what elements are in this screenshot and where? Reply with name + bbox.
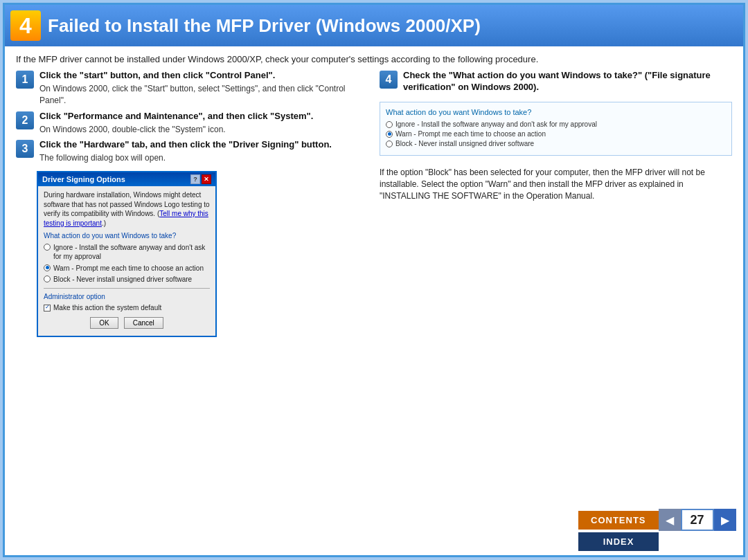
page-header: 4 Failed to Install the MFP Driver (Wind…	[5, 5, 743, 46]
dialog-option-3[interactable]: Block - Never install unsigned driver so…	[44, 275, 210, 284]
dialog-titlebar-buttons: ? ✕	[190, 174, 211, 184]
dialog-help-button[interactable]: ?	[190, 174, 200, 184]
contents-button[interactable]: CONTENTS	[578, 511, 659, 530]
step-3-desc: The following dialog box will open.	[39, 152, 368, 164]
step-2-desc: On Windows 2000, double-click the "Syste…	[39, 124, 368, 136]
dialog-ok-button[interactable]: OK	[90, 317, 118, 329]
step-4-title: Check the "What action do you want Windo…	[403, 70, 732, 93]
step-2-content: Click "Performance and Maintenance", and…	[39, 111, 368, 136]
step-3: 3 Click the "Hardware" tab, and then cli…	[16, 139, 368, 164]
footer: CONTENTS ◀ 27 ▶ INDEX	[5, 505, 743, 555]
radio-ignore-label: Ignore - Install the software anyway and…	[53, 243, 210, 262]
step-3-number: 3	[16, 140, 34, 158]
footer-bottom-row: INDEX	[578, 532, 736, 551]
dialog-body: During hardware installation, Windows mi…	[38, 186, 215, 336]
checkbox-label: Make this action the system default	[53, 303, 161, 313]
dialog-option-1[interactable]: Ignore - Install the software anyway and…	[44, 243, 210, 262]
checkbox-row[interactable]: ✓ Make this action the system default	[44, 303, 210, 313]
index-button[interactable]: INDEX	[578, 532, 659, 551]
dialog-title: Driver Signing Options	[42, 175, 125, 183]
footer-nav-group: CONTENTS ◀ 27 ▶ INDEX	[578, 509, 736, 551]
radio-warn-label: Warn - Prompt me each time to choose an …	[53, 264, 204, 273]
step4-option-2: Warn - Prompt me each time to choose an …	[386, 130, 726, 138]
step4-option-1: Ignore - Install the software anyway and…	[386, 120, 726, 128]
left-column: 1 Click the "start" button, and then cli…	[16, 70, 368, 498]
step-4-number: 4	[380, 71, 398, 89]
step-4: 4 Check the "What action do you want Win…	[380, 70, 732, 93]
prev-page-button[interactable]: ◀	[659, 509, 681, 531]
step-2-title: Click "Performance and Maintenance", and…	[39, 111, 368, 123]
dialog-titlebar: Driver Signing Options ? ✕	[38, 172, 215, 186]
step4-radio-ignore-label: Ignore - Install the software anyway and…	[395, 120, 597, 128]
radio-warn[interactable]	[44, 264, 51, 271]
dialog-cancel-button[interactable]: Cancel	[124, 317, 163, 329]
intro-text: If the MFP driver cannot be installed un…	[16, 53, 732, 66]
step-2-number: 2	[16, 111, 34, 129]
dialog-option-2[interactable]: Warn - Prompt me each time to choose an …	[44, 264, 210, 273]
step-1: 1 Click the "start" button, and then cli…	[16, 70, 368, 106]
footer-top-row: CONTENTS ◀ 27 ▶	[578, 509, 736, 531]
page-number: 27	[681, 509, 714, 531]
step4-radio-block	[386, 141, 393, 147]
next-page-button[interactable]: ▶	[714, 509, 736, 531]
right-column: 4 Check the "What action do you want Win…	[380, 70, 732, 498]
step-4-content: Check the "What action do you want Windo…	[403, 70, 732, 93]
columns: 1 Click the "start" button, and then cli…	[16, 70, 732, 498]
dialog-section-title: What action do you want Windows to take?	[44, 231, 210, 241]
main-content: If the MFP driver cannot be installed un…	[5, 46, 743, 505]
step4-box-title: What action do you want Windows to take?	[386, 108, 726, 116]
dialog-intro-text: During hardware installation, Windows mi…	[44, 190, 210, 228]
step4-radio-warn-label: Warn - Prompt me each time to choose an …	[395, 130, 546, 138]
admin-section-title: Administrator option	[44, 292, 210, 302]
step4-options-box: What action do you want Windows to take?…	[380, 102, 732, 156]
dialog-buttons: OK Cancel	[44, 317, 210, 332]
radio-block[interactable]	[44, 276, 51, 282]
dialog-intro-after-link: .)	[102, 219, 106, 227]
step-1-desc: On Windows 2000, click the "Start" butto…	[39, 83, 368, 107]
step4-radio-block-label: Block - Never install unsigned driver so…	[395, 140, 534, 147]
step-3-content: Click the "Hardware" tab, and then click…	[39, 139, 368, 164]
step-2: 2 Click "Performance and Maintenance", a…	[16, 111, 368, 136]
step-1-content: Click the "start" button, and then click…	[39, 70, 368, 106]
step-1-title: Click the "start" button, and then click…	[39, 70, 368, 82]
page-title: Failed to Install the MFP Driver (Window…	[48, 15, 481, 37]
checkbox-default[interactable]: ✓	[44, 305, 51, 311]
radio-ignore[interactable]	[44, 244, 51, 251]
header-step-number: 4	[10, 10, 41, 41]
page-container: 4 Failed to Install the MFP Driver (Wind…	[3, 3, 745, 557]
dialog-close-button[interactable]: ✕	[202, 174, 211, 184]
dialog-divider	[44, 288, 210, 289]
step4-radio-warn	[386, 131, 393, 138]
driver-signing-dialog: Driver Signing Options ? ✕ During hardwa…	[37, 171, 217, 337]
step4-option-3: Block - Never install unsigned driver so…	[386, 140, 726, 147]
step4-radio-ignore	[386, 121, 393, 128]
step-3-title: Click the "Hardware" tab, and then click…	[39, 139, 368, 151]
step4-description: If the option "Block" has been selected …	[380, 167, 732, 201]
step-1-number: 1	[16, 71, 34, 89]
radio-block-label: Block - Never install unsigned driver so…	[53, 275, 192, 284]
